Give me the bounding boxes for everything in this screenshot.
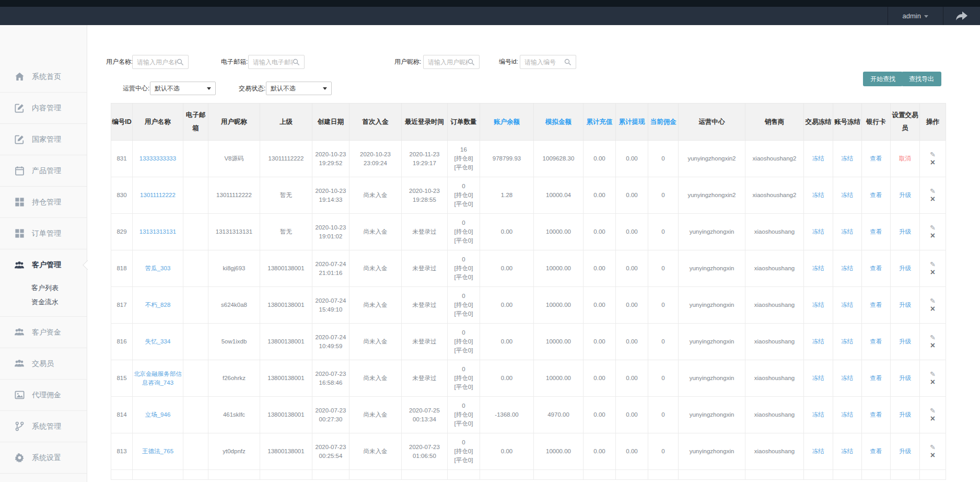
delete-row-icon[interactable]: × (930, 305, 935, 313)
sidebar-item-customer[interactable]: 客户管理 (0, 249, 87, 281)
sidebar-item-order[interactable]: 订单管理 (0, 218, 87, 249)
account-freeze-link[interactable]: 冻结 (842, 411, 854, 418)
cell-ops: ✎× (920, 214, 946, 250)
sidebar-item-home[interactable]: 系统首页 (0, 61, 87, 93)
delete-row-icon[interactable]: × (930, 196, 935, 203)
account-freeze-link[interactable]: 冻结 (842, 375, 854, 381)
bank-card-link[interactable]: 查看 (870, 265, 882, 271)
edit-row-icon[interactable]: ✎ (930, 224, 936, 232)
edit-row-icon[interactable]: ✎ (930, 297, 936, 305)
user-link[interactable]: 13333333333 (139, 155, 176, 162)
search-icon[interactable] (177, 59, 184, 66)
delete-row-icon[interactable]: × (930, 342, 935, 349)
set-trader-link[interactable]: 取消 (899, 155, 911, 162)
bank-card-link[interactable]: 查看 (870, 302, 882, 308)
trade-freeze-link[interactable]: 冻结 (812, 302, 824, 308)
set-trader-link[interactable]: 升级 (899, 448, 911, 454)
sidebar-item-agent-commission[interactable]: 代理佣金 (0, 380, 87, 411)
delete-row-icon[interactable]: × (930, 378, 935, 386)
user-menu[interactable]: admin (888, 7, 943, 25)
logout-button[interactable] (943, 7, 980, 25)
bank-card-link[interactable]: 查看 (870, 228, 882, 235)
bank-card-link[interactable]: 查看 (870, 155, 882, 162)
user-link[interactable]: 王德法_765 (142, 448, 173, 454)
search-icon[interactable] (468, 59, 475, 66)
cell-last_login: 2020-07-25 00:13:34 (402, 397, 448, 433)
cell-bank_card: 查看 (862, 177, 891, 214)
trade-freeze-link[interactable]: 冻结 (812, 228, 824, 235)
account-freeze-link[interactable]: 冻结 (842, 338, 854, 345)
edit-row-icon[interactable]: ✎ (930, 261, 936, 268)
trade-freeze-link[interactable]: 冻结 (812, 338, 824, 345)
edit-row-icon[interactable]: ✎ (930, 188, 936, 195)
sidebar-item-product[interactable]: 产品管理 (0, 155, 87, 187)
cell-center: yunyingzhongxin (679, 250, 745, 287)
trade-freeze-link[interactable]: 冻结 (812, 448, 824, 454)
delete-row-icon[interactable]: × (930, 452, 935, 459)
bank-card-link[interactable]: 查看 (870, 192, 882, 198)
account-freeze-link[interactable]: 冻结 (842, 155, 854, 162)
search-button[interactable]: 开始查找 (863, 72, 903, 86)
account-freeze-link[interactable]: 冻结 (842, 448, 854, 454)
cell-parent: 13800138001 (260, 287, 312, 324)
edit-row-icon[interactable]: ✎ (930, 334, 936, 341)
user-link[interactable]: 北京金融服务部信息咨询_743 (134, 371, 182, 386)
trade-freeze-link[interactable]: 冻结 (812, 411, 824, 418)
bank-card-link[interactable]: 查看 (870, 448, 882, 454)
sidebar-item-content[interactable]: 内容管理 (0, 93, 87, 124)
delete-row-icon[interactable]: × (930, 415, 935, 422)
operation-center-select[interactable]: 默认不选 (150, 82, 216, 95)
set-trader-link[interactable]: 升级 (899, 338, 911, 345)
bank-card-link[interactable]: 查看 (870, 338, 882, 345)
delete-row-icon[interactable]: × (930, 232, 935, 239)
bank-card-link[interactable]: 查看 (870, 411, 882, 418)
sidebar-item-system[interactable]: 系统管理 (0, 411, 87, 442)
sidebar-item-country[interactable]: 国家管理 (0, 124, 87, 155)
set-trader-link[interactable]: 升级 (899, 375, 911, 381)
search-icon[interactable] (293, 59, 300, 66)
set-trader-link[interactable]: 升级 (899, 228, 911, 235)
set-trader-link[interactable]: 升级 (899, 302, 911, 308)
user-link[interactable]: 不朽_828 (145, 302, 171, 308)
cell-center: yunyingzhongxin (679, 433, 745, 470)
set-trader-link[interactable]: 升级 (899, 265, 911, 271)
search-icon[interactable] (564, 59, 571, 66)
trade-freeze-link[interactable]: 冻结 (812, 265, 824, 271)
delete-row-icon[interactable]: × (930, 159, 935, 166)
user-link[interactable]: 失忆_334 (145, 338, 171, 345)
user-link[interactable]: 13131313131 (139, 228, 176, 235)
sidebar-item-trader[interactable]: 交易员 (0, 348, 87, 380)
trade-status-select[interactable]: 默认不选 (266, 82, 332, 95)
account-freeze-link[interactable]: 冻结 (842, 265, 854, 271)
bank-card-link[interactable]: 查看 (870, 375, 882, 381)
trade-freeze-link[interactable]: 冻结 (812, 375, 824, 381)
column-header-trade_freeze: 交易冻结 (804, 104, 833, 141)
trade-freeze-link[interactable]: 冻结 (812, 192, 824, 198)
sidebar-subitem-fund-flow[interactable]: 资金流水 (31, 295, 87, 309)
user-link[interactable]: 苦瓜_303 (145, 265, 171, 271)
sidebar-subitem-customer-list[interactable]: 客户列表 (31, 281, 87, 295)
cell-parent: 13800138001 (260, 324, 312, 360)
grid-icon (14, 228, 25, 239)
user-link[interactable]: 13011112222 (140, 192, 176, 198)
cell-recharge: 0.00 (584, 177, 616, 214)
set-trader-link[interactable]: 升级 (899, 411, 911, 418)
edit-row-icon[interactable]: ✎ (930, 444, 936, 451)
cell-parent: 13800138001 (260, 433, 312, 470)
account-freeze-link[interactable]: 冻结 (842, 228, 854, 235)
cell-bank_card: 查看 (862, 250, 891, 287)
account-freeze-link[interactable]: 冻结 (842, 302, 854, 308)
user-link[interactable]: 立场_946 (145, 411, 171, 418)
edit-row-icon[interactable]: ✎ (930, 151, 936, 158)
trade-freeze-link[interactable]: 冻结 (812, 155, 824, 162)
account-freeze-link[interactable]: 冻结 (842, 192, 854, 198)
edit-row-icon[interactable]: ✎ (930, 407, 936, 415)
cell-withdraw: 0.00 (616, 397, 648, 433)
sidebar-item-customer-funds[interactable]: 客户资金 (0, 317, 87, 348)
export-button[interactable]: 查找导出 (902, 72, 941, 86)
edit-row-icon[interactable]: ✎ (930, 371, 936, 378)
set-trader-link[interactable]: 升级 (899, 192, 911, 198)
delete-row-icon[interactable]: × (930, 269, 935, 276)
sidebar-item-position[interactable]: 持仓管理 (0, 187, 87, 218)
sidebar-item-settings[interactable]: 系统设置 (0, 442, 87, 474)
